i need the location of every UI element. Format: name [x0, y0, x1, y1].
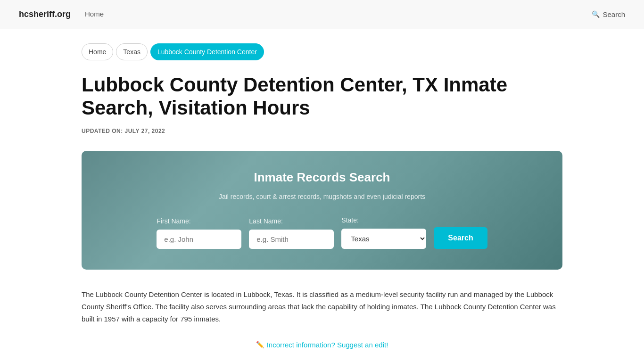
inmate-search-box: Inmate Records Search Jail records, cour… — [82, 151, 562, 269]
breadcrumb: Home Texas Lubbock County Detention Cent… — [82, 43, 562, 60]
header-search-label: Search — [603, 9, 625, 20]
breadcrumb-current: Lubbock County Detention Center — [150, 43, 264, 60]
search-box-title: Inmate Records Search — [100, 168, 544, 188]
updated-on: UPDATED ON: JULY 27, 2022 — [82, 127, 562, 136]
search-form: First Name: Last Name: State: AlabamaAla… — [100, 215, 544, 248]
suggest-edit-section: ✏️ Incorrect information? Suggest an edi… — [82, 338, 562, 351]
header-left: hcsheriff.org Home — [19, 8, 104, 21]
last-name-group: Last Name: — [249, 216, 334, 248]
updated-date: JULY 27, 2022 — [125, 128, 165, 134]
updated-label: UPDATED ON: — [82, 128, 123, 134]
facility-description: The Lubbock County Detention Center is l… — [82, 288, 562, 326]
site-logo[interactable]: hcsheriff.org — [19, 8, 71, 21]
breadcrumb-texas[interactable]: Texas — [116, 43, 148, 60]
site-header: hcsheriff.org Home 🔍 Search — [0, 0, 644, 29]
last-name-input[interactable] — [249, 230, 334, 249]
page-title: Lubbock County Detention Center, TX Inma… — [82, 74, 562, 119]
state-select[interactable]: AlabamaAlaskaArizonaArkansasCaliforniaCo… — [341, 229, 426, 249]
header-search-button[interactable]: 🔍 Search — [592, 9, 625, 20]
state-label: State: — [341, 215, 359, 225]
suggest-edit-label: Incorrect information? Suggest an edit! — [267, 339, 388, 351]
first-name-input[interactable] — [157, 230, 241, 249]
state-group: State: AlabamaAlaskaArizonaArkansasCalif… — [341, 215, 426, 248]
first-name-label: First Name: — [157, 216, 190, 226]
nav-home-link[interactable]: Home — [85, 8, 104, 20]
main-content: Home Texas Lubbock County Detention Cent… — [63, 29, 581, 362]
first-name-group: First Name: — [157, 216, 241, 248]
last-name-label: Last Name: — [249, 216, 283, 226]
pencil-icon: ✏️ — [256, 339, 264, 350]
search-icon: 🔍 — [592, 9, 600, 19]
search-button[interactable]: Search — [434, 227, 487, 249]
breadcrumb-home[interactable]: Home — [82, 43, 113, 60]
suggest-edit-link[interactable]: ✏️ Incorrect information? Suggest an edi… — [256, 339, 388, 351]
search-box-subtitle: Jail records, court & arrest records, mu… — [100, 191, 544, 202]
